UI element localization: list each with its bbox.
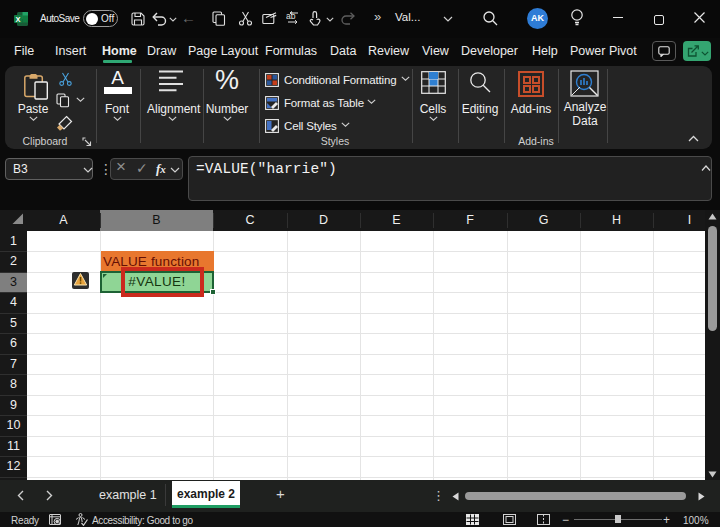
svg-text:X: X bbox=[15, 15, 20, 24]
